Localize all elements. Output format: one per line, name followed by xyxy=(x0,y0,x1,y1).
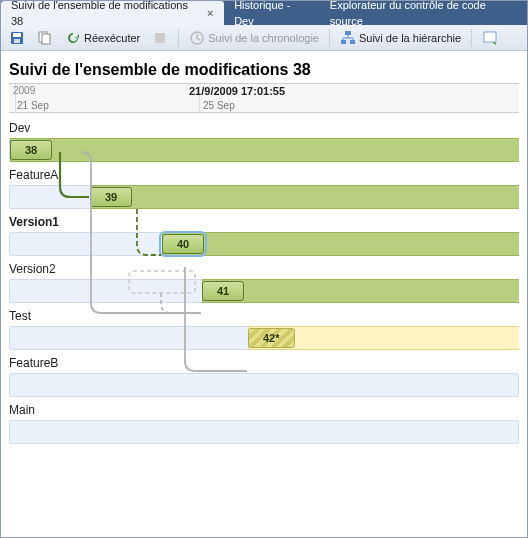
branch-row: FeatureB xyxy=(9,356,519,397)
hierarchy-icon xyxy=(340,30,356,46)
page-title: Suivi de l'ensemble de modifications 38 xyxy=(9,61,519,79)
window: Suivi de l'ensemble de modifications 38 … xyxy=(0,0,528,538)
save-icon xyxy=(9,30,25,46)
refresh-icon xyxy=(65,30,81,46)
timeline-tick: 21 Sep xyxy=(17,100,49,111)
branch-row: Test42* xyxy=(9,309,519,350)
branch-label: Dev xyxy=(9,121,519,135)
timeline-year: 2009 xyxy=(13,85,35,96)
branch-row: Dev38 xyxy=(9,121,519,162)
svg-rect-5 xyxy=(155,33,165,43)
svg-rect-4 xyxy=(42,34,50,44)
branch-lane[interactable]: 38 xyxy=(9,138,519,162)
branch-row: Main xyxy=(9,403,519,444)
branch-lane[interactable] xyxy=(9,420,519,444)
changeset-node[interactable]: 40 xyxy=(162,234,204,254)
timeline-label: Suivi de la chronologie xyxy=(208,32,319,44)
branch-lane[interactable]: 39 xyxy=(9,185,519,209)
lane-fill xyxy=(162,232,519,256)
tab-label: Explorateur du contrôle de code source xyxy=(330,0,519,29)
tab-label: Historique - Dev xyxy=(234,0,312,29)
tab-scc-explorer[interactable]: Explorateur du contrôle de code source xyxy=(320,1,527,25)
copy-icon xyxy=(37,30,53,46)
svg-rect-10 xyxy=(484,32,496,42)
rerun-button[interactable]: Réexécuter xyxy=(61,28,144,48)
content-area: Suivi de l'ensemble de modifications 38 … xyxy=(1,51,527,444)
branch-row: FeatureA39 xyxy=(9,168,519,209)
svg-rect-8 xyxy=(341,40,346,44)
tab-tracking[interactable]: Suivi de l'ensemble de modifications 38 … xyxy=(1,1,224,25)
compare-icon xyxy=(482,30,498,46)
hierarchy-label: Suivi de la hiérarchie xyxy=(359,32,461,44)
timeline-tick: 25 Sep xyxy=(203,100,235,111)
changeset-node[interactable]: 42* xyxy=(248,328,295,348)
branch-label: FeatureB xyxy=(9,356,519,370)
compare-button[interactable] xyxy=(478,28,502,48)
toolbar-separator xyxy=(329,29,330,47)
timeline-ruler: 2009 21/9/2009 17:01:55 21 Sep 25 Sep xyxy=(9,83,519,113)
timeline-view-button: Suivi de la chronologie xyxy=(185,28,323,48)
close-icon[interactable]: × xyxy=(204,7,216,19)
stop-icon xyxy=(152,30,168,46)
save-button[interactable] xyxy=(5,28,29,48)
hierarchy-view-button[interactable]: Suivi de la hiérarchie xyxy=(336,28,465,48)
branch-label: Test xyxy=(9,309,519,323)
toolbar-separator xyxy=(178,29,179,47)
changeset-node[interactable]: 39 xyxy=(90,187,132,207)
stop-button xyxy=(148,28,172,48)
svg-rect-1 xyxy=(13,33,21,37)
branch-row: Version140 xyxy=(9,215,519,256)
clock-icon xyxy=(189,30,205,46)
toolbar: Réexécuter Suivi de la chronologie Suivi… xyxy=(1,25,527,51)
changeset-node[interactable]: 41 xyxy=(202,281,244,301)
branch-label: Main xyxy=(9,403,519,417)
svg-rect-9 xyxy=(350,40,355,44)
toolbar-separator xyxy=(471,29,472,47)
rerun-label: Réexécuter xyxy=(84,32,140,44)
tab-bar: Suivi de l'ensemble de modifications 38 … xyxy=(1,1,527,25)
branch-lane[interactable]: 42* xyxy=(9,326,519,350)
copy-button[interactable] xyxy=(33,28,57,48)
lane-fill xyxy=(90,185,519,209)
lane-fill xyxy=(202,279,519,303)
svg-rect-2 xyxy=(14,39,20,43)
timeline-datetime: 21/9/2009 17:01:55 xyxy=(189,85,285,97)
branch-lane[interactable]: 41 xyxy=(9,279,519,303)
svg-rect-7 xyxy=(345,31,351,35)
branch-label: Version2 xyxy=(9,262,519,276)
tab-history[interactable]: Historique - Dev xyxy=(224,1,320,25)
branch-row: Version241 xyxy=(9,262,519,303)
branch-lane[interactable]: 40 xyxy=(9,232,519,256)
lane-fill xyxy=(10,138,519,162)
tab-label: Suivi de l'ensemble de modifications 38 xyxy=(11,0,200,29)
branch-label: Version1 xyxy=(9,215,519,229)
changeset-node[interactable]: 38 xyxy=(10,140,52,160)
branch-lane[interactable] xyxy=(9,373,519,397)
branch-label: FeatureA xyxy=(9,168,519,182)
branch-list: Dev38FeatureA39Version140Version241Test4… xyxy=(9,121,519,444)
